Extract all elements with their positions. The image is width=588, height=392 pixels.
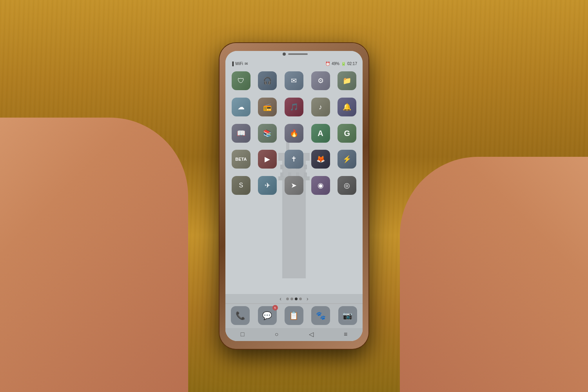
sms-badge: 5 bbox=[272, 305, 278, 310]
nav-square-button[interactable]: □ bbox=[241, 331, 245, 338]
page-dot-1[interactable] bbox=[286, 298, 289, 300]
dock-sms[interactable]: 💬 5 bbox=[256, 306, 279, 326]
app-mobile1-icon: 🛡 bbox=[232, 71, 250, 90]
molitev-sym: ✝ bbox=[291, 156, 297, 163]
message-icon: ✉ bbox=[245, 62, 248, 66]
app-telegram-icon: ✈ bbox=[258, 176, 277, 195]
app-navigator-icon: ➤ bbox=[285, 176, 303, 195]
dock-camera-icon: 📷 bbox=[338, 306, 357, 325]
nav-menu-button[interactable]: ≡ bbox=[344, 331, 347, 338]
nav-back-button[interactable]: ◁ bbox=[309, 330, 314, 338]
page-dot-4[interactable] bbox=[299, 298, 302, 300]
study-sym: 📚 bbox=[263, 130, 272, 137]
music-sym: 🎵 bbox=[290, 103, 298, 111]
private-sym: ⚙ bbox=[318, 77, 324, 84]
morelocale-sym: S bbox=[239, 182, 243, 189]
notes-sym: 📋 bbox=[289, 311, 299, 320]
status-left-icons: ▐ WiFi ✉ bbox=[231, 62, 248, 66]
youtube-sym: ▶ bbox=[265, 156, 270, 163]
app-study-icon: 📚 bbox=[258, 124, 277, 143]
phone-sym: 📞 bbox=[236, 311, 245, 320]
dock-notes-icon: 📋 bbox=[285, 306, 303, 325]
app-molitev-icon: ✝ bbox=[285, 150, 303, 169]
app-firefox-icon: 🦊 bbox=[311, 150, 330, 169]
dock-baidu[interactable]: 🐾 bbox=[309, 306, 332, 326]
app-reading-icon: 📖 bbox=[232, 124, 250, 143]
nav-circle-button[interactable]: ○ bbox=[275, 331, 279, 338]
front-camera bbox=[283, 53, 286, 56]
app-accubatt-icon: ⚡ bbox=[338, 150, 356, 169]
fm-sym: 📻 bbox=[263, 103, 272, 111]
app-music-icon: 🎵 bbox=[285, 98, 303, 116]
app-news-icon: 🔔 bbox=[338, 98, 356, 116]
page-dot-2[interactable] bbox=[290, 298, 293, 300]
app-gboard-icon: G bbox=[338, 124, 356, 143]
dock-phone-icon: 📞 bbox=[231, 306, 250, 325]
files-sym: 📁 bbox=[343, 77, 351, 84]
dock-phone[interactable]: 📞 bbox=[229, 306, 252, 326]
dock-notes[interactable]: 📋 bbox=[282, 306, 306, 326]
svg-rect-7 bbox=[304, 165, 307, 169]
hand-left bbox=[0, 118, 188, 392]
app-fm-icon: 📻 bbox=[258, 98, 277, 116]
wifi-icon: WiFi bbox=[235, 62, 243, 66]
signal-icon: ▐ bbox=[231, 62, 234, 66]
battery-text: 49% bbox=[332, 62, 339, 66]
dock-sms-icon: 💬 5 bbox=[258, 306, 277, 325]
app-youtube-icon: ▶ bbox=[258, 150, 277, 169]
navigator-sym: ➤ bbox=[291, 182, 297, 189]
prev-page-arrow[interactable]: ‹ bbox=[276, 296, 285, 302]
scene: ▐ WiFi ✉ ⏰ 49% 🔋 02:17 bbox=[0, 0, 588, 392]
headphone-sym: 🎧 bbox=[263, 77, 272, 84]
accubatt-sym: ⚡ bbox=[343, 156, 351, 163]
svg-rect-8 bbox=[280, 172, 283, 177]
hand-right bbox=[400, 157, 588, 392]
telegram-sym: ✈ bbox=[265, 182, 270, 189]
weather-sym: ☁ bbox=[238, 103, 245, 111]
app-apkpure-icon: A bbox=[311, 124, 330, 143]
sms-sym: 💬 bbox=[262, 311, 272, 320]
app-files-icon: 📁 bbox=[338, 71, 356, 90]
apkpure-sym: A bbox=[318, 129, 323, 137]
page-navigation: ‹ › bbox=[225, 294, 363, 303]
app-morelocale-icon: S bbox=[232, 176, 250, 195]
camera-sym: 📷 bbox=[343, 311, 352, 320]
app-hotapp-icon: 🔥 bbox=[285, 124, 303, 143]
nav-bar: □ ○ ◁ ≡ bbox=[225, 328, 363, 341]
chrome-sym: ◎ bbox=[344, 182, 350, 189]
phone-screen: ▐ WiFi ✉ ⏰ 49% 🔋 02:17 bbox=[225, 51, 363, 341]
status-right-icons: ⏰ 49% 🔋 02:17 bbox=[325, 62, 357, 66]
app-private-icon: ⚙ bbox=[311, 71, 330, 90]
news-sym: 🔔 bbox=[343, 103, 351, 111]
status-bar: ▐ WiFi ✉ ⏰ 49% 🔋 02:17 bbox=[225, 57, 363, 68]
time-display: 02:17 bbox=[347, 62, 357, 66]
dock-area: 📞 💬 5 📋 bbox=[225, 303, 363, 328]
app-note-icon: ♪ bbox=[311, 98, 330, 116]
next-page-arrow[interactable]: › bbox=[303, 296, 312, 302]
svg-rect-11 bbox=[304, 172, 307, 177]
firefox-sym: 🦊 bbox=[316, 156, 325, 163]
app-fbreader-icon: BETA bbox=[232, 150, 250, 169]
hotapp-sym: 🔥 bbox=[290, 130, 298, 137]
note-sym: ♪ bbox=[319, 103, 322, 111]
dock-row: 📞 💬 5 📋 bbox=[227, 306, 361, 326]
reading-sym: 📖 bbox=[237, 130, 245, 137]
phone-top-bar bbox=[225, 51, 363, 57]
speaker-grill bbox=[288, 53, 308, 55]
app-mobile2-icon: 🎧 bbox=[258, 71, 277, 90]
alarm-icon: ⏰ bbox=[325, 62, 330, 66]
baidu-sym: 🐾 bbox=[316, 311, 326, 320]
app-chrome-icon: ◎ bbox=[338, 176, 356, 195]
app-email-icon: ✉ bbox=[285, 71, 303, 90]
app-grid-area: 🛡 Мобильн... 🎧 Мобильн... ✉ bbox=[225, 68, 363, 294]
dock-camera[interactable]: 📷 bbox=[336, 306, 359, 326]
email-sym: ✉ bbox=[291, 77, 297, 84]
phone-frame: ▐ WiFi ✉ ⏰ 49% 🔋 02:17 bbox=[220, 43, 368, 349]
battery-icon: 🔋 bbox=[341, 62, 346, 66]
app-weather-icon: ☁ bbox=[232, 98, 250, 116]
fbreader-sym: BETA bbox=[235, 157, 247, 162]
gboard-sym: G bbox=[344, 129, 350, 137]
dock-baidu-icon: 🐾 bbox=[311, 306, 330, 325]
page-dot-3-active[interactable] bbox=[295, 298, 298, 300]
svg-rect-4 bbox=[280, 165, 283, 169]
